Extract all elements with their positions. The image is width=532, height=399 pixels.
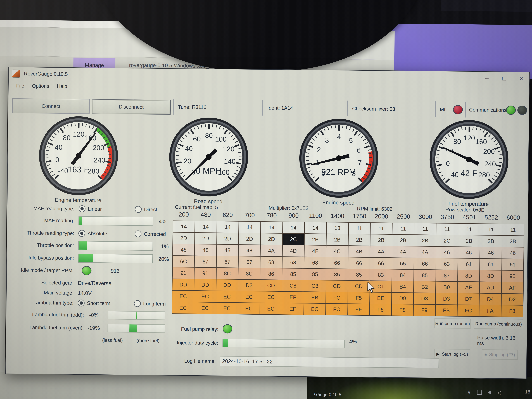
fuel-map-cell[interactable]: C8	[304, 280, 326, 292]
fuel-map-cell[interactable]: 2B	[348, 234, 370, 246]
fuel-map-cell[interactable]: 2D	[216, 233, 239, 245]
fuel-map-cell[interactable]: DD	[194, 279, 216, 291]
fuel-map-cell[interactable]: 6C	[172, 256, 195, 267]
fuel-map-cell[interactable]: 4A	[414, 246, 436, 258]
maximize-button[interactable]: □	[496, 72, 512, 85]
fuel-map-cell[interactable]: 46	[458, 247, 480, 259]
fuel-map-cell[interactable]: 11	[392, 223, 414, 235]
fuel-map-cell[interactable]: 85	[282, 268, 304, 280]
fuel-map-cell[interactable]: 68	[304, 257, 326, 269]
fuel-map-cell[interactable]: 86	[260, 268, 282, 280]
fuel-map-cell[interactable]: 87	[436, 270, 458, 282]
fuel-map-cell[interactable]: EC	[238, 303, 260, 315]
fuel-map-cell[interactable]: 4B	[348, 246, 370, 258]
throttle-absolute-radio[interactable]	[78, 230, 85, 237]
fuel-map-cell[interactable]: D4	[479, 293, 501, 305]
fuel-map-cell[interactable]: EC	[194, 291, 216, 302]
fuel-map-cell[interactable]: 14	[173, 221, 195, 233]
fuel-map-cell[interactable]: 46	[480, 247, 502, 259]
fuel-map-cell[interactable]: 14	[195, 221, 217, 233]
fuel-map-cell[interactable]: 11	[436, 223, 458, 235]
fuel-map-cell[interactable]: 13	[326, 222, 348, 234]
fuel-map-cell[interactable]: 67	[216, 256, 238, 268]
fuel-map-cell[interactable]: F9	[413, 304, 435, 316]
fuel-map-cell[interactable]: 66	[348, 257, 370, 269]
fuel-map-cell[interactable]: 2C	[282, 233, 304, 245]
menu-options[interactable]: Options	[32, 83, 49, 89]
fuel-map-cell[interactable]: DD	[216, 279, 238, 291]
run-pump-once-button[interactable]: Run pump (once)	[434, 318, 471, 329]
fuel-map-cell[interactable]: 2B	[370, 234, 392, 246]
fuel-map-cell[interactable]: 2B	[326, 234, 348, 246]
fuel-map-cell[interactable]: 46	[436, 247, 458, 258]
fuel-map-cell[interactable]: 84	[392, 269, 414, 281]
fuel-map-cell[interactable]: EC	[260, 303, 282, 315]
fuel-map-cell[interactable]: F5	[348, 292, 370, 304]
fuel-map-cell[interactable]: CD	[326, 280, 348, 292]
fuel-map-cell[interactable]: 85	[304, 268, 326, 280]
fuel-map-cell[interactable]: AF	[457, 281, 480, 293]
fuel-map-cell[interactable]: 48	[238, 245, 260, 256]
fuel-map-cell[interactable]: 14	[304, 222, 326, 234]
fuel-map-cell[interactable]: 2D	[260, 233, 283, 245]
fuel-map-cell[interactable]: 8D	[458, 270, 480, 282]
fuel-map-cell[interactable]: C8	[282, 280, 304, 292]
fuel-map-cell[interactable]: 85	[326, 269, 348, 280]
fuel-map-cell[interactable]: EC	[304, 303, 326, 315]
fuel-map-cell[interactable]: EC	[260, 291, 282, 303]
fuel-map-cell[interactable]: 66	[370, 257, 392, 269]
fuel-map-cell[interactable]: 11	[370, 223, 392, 234]
close-button[interactable]: ×	[513, 72, 529, 85]
fuel-map-cell[interactable]: FB	[435, 304, 457, 317]
fuel-map-cell[interactable]: EF	[282, 291, 304, 303]
fuel-map-cell[interactable]: EC	[172, 290, 194, 302]
fuel-map-cell[interactable]: EC	[216, 302, 238, 314]
fuel-map-cell[interactable]: 14	[217, 221, 239, 233]
fuel-map-cell[interactable]: 2B	[304, 234, 326, 245]
fuel-map-cell[interactable]: EC	[216, 291, 238, 303]
fuel-map-cell[interactable]: 11	[348, 222, 370, 234]
connect-button[interactable]: Connect	[12, 98, 90, 114]
fuel-map-cell[interactable]: 2B	[502, 235, 524, 247]
system-tray[interactable]: ∧ ◁	[467, 387, 529, 398]
fuel-map-cell[interactable]: 11	[480, 224, 502, 235]
fuel-map-cell[interactable]: 68	[282, 257, 304, 268]
fuel-map-cell[interactable]: 66	[326, 257, 348, 269]
fuel-map-cell[interactable]: 4A	[370, 246, 392, 258]
taskbar-button-label[interactable]: Gauge 0.10.5	[314, 392, 341, 397]
fuel-map-cell[interactable]: 90	[501, 270, 524, 282]
fuel-map-cell[interactable]: F8	[369, 304, 392, 316]
fuel-map-cell[interactable]: AF	[501, 282, 523, 294]
fuel-map-cell[interactable]: 2B	[458, 235, 480, 247]
fuel-map-cell[interactable]: FF	[348, 304, 370, 316]
fuel-map-cell[interactable]: 91	[172, 267, 194, 279]
fuel-map-cell[interactable]: 61	[502, 259, 524, 271]
fuel-map-cell[interactable]: 8D	[480, 270, 502, 282]
fuel-map-cell[interactable]: DD	[172, 279, 194, 291]
maf-direct-radio[interactable]	[135, 206, 142, 213]
fuel-map-cell[interactable]: 2B	[414, 234, 436, 247]
disconnect-button[interactable]: Disconnect	[92, 99, 171, 115]
fuel-map-cell[interactable]: EB	[304, 291, 326, 304]
fuel-map-cell[interactable]: 8C	[238, 268, 260, 280]
fuel-map-cell[interactable]: 48	[173, 244, 195, 256]
tray-expand-icon[interactable]: ∧	[467, 389, 471, 395]
fuel-map-cell[interactable]: D9	[392, 292, 414, 304]
fuel-map-cell[interactable]: 4C	[326, 245, 348, 257]
fuel-map-cell[interactable]: 11	[458, 223, 480, 235]
fuel-map-cell[interactable]: FC	[326, 304, 348, 315]
fuel-map-cell[interactable]: EC	[238, 291, 260, 303]
run-pump-continuous-button[interactable]: Run pump (continuous)	[474, 319, 523, 329]
fuel-map-cell[interactable]: 14	[261, 222, 283, 233]
fuel-map-cell[interactable]: 11	[414, 223, 436, 235]
fuel-map-cell[interactable]: F8	[501, 305, 523, 317]
fuel-map-cell[interactable]: FC	[457, 305, 479, 317]
tray-arrow-icon[interactable]: ◁	[497, 390, 501, 396]
fuel-map-cell[interactable]: EC	[172, 302, 194, 314]
fuel-map-cell[interactable]: CD	[260, 280, 282, 291]
fuel-map-cell[interactable]: 14	[283, 222, 304, 234]
fuel-map-cell[interactable]: D7	[457, 293, 480, 305]
fuel-map-cell[interactable]: B0	[436, 281, 458, 293]
fuel-map-cell[interactable]: 61	[458, 258, 480, 270]
fuel-map-cell[interactable]: 83	[370, 269, 392, 281]
